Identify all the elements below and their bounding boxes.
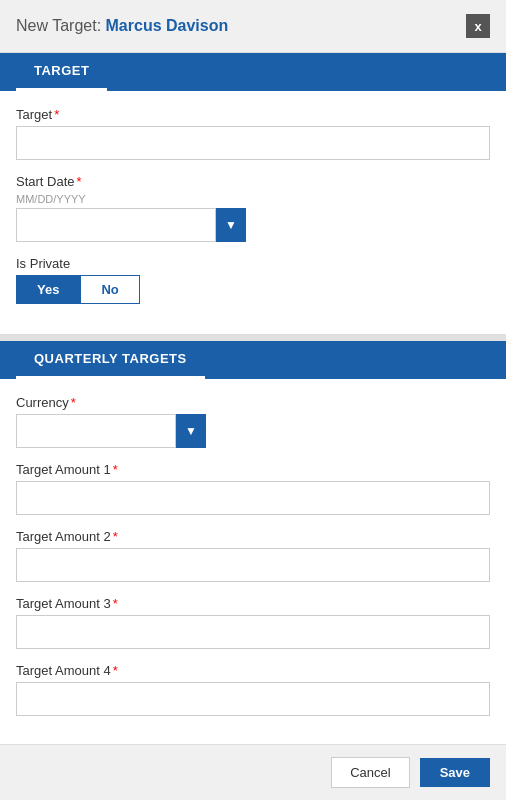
- modal-header: New Target: Marcus Davison x: [0, 0, 506, 53]
- modal-title-name: Marcus Davison: [106, 17, 229, 34]
- modal-title-prefix: New Target:: [16, 17, 106, 34]
- modal-title: New Target: Marcus Davison: [16, 17, 228, 35]
- is-private-field-group: Is Private Yes No: [16, 256, 490, 304]
- chevron-down-icon: ▼: [185, 424, 197, 438]
- currency-required: *: [71, 395, 76, 410]
- save-button[interactable]: Save: [420, 758, 490, 787]
- modal-footer: Cancel Save: [0, 744, 506, 800]
- start-date-input[interactable]: 1/1/16: [16, 208, 216, 242]
- is-private-label: Is Private: [16, 256, 490, 271]
- target-section: Target* Start Date* MM/DD/YYYY 1/1/16 ▼ …: [0, 91, 506, 335]
- no-button[interactable]: No: [80, 275, 139, 304]
- target-amount2-field-group: Target Amount 2*: [16, 529, 490, 582]
- ta3-required: *: [113, 596, 118, 611]
- tab-quarterly-targets[interactable]: QUARTERLY TARGETS: [16, 341, 205, 379]
- tab-bar-target: TARGET: [0, 53, 506, 91]
- yes-no-toggle: Yes No: [16, 275, 490, 304]
- target-input[interactable]: [16, 126, 490, 160]
- currency-dropdown-button[interactable]: ▼: [176, 414, 206, 448]
- target-amount4-input[interactable]: [16, 682, 490, 716]
- currency-wrap: ▼: [16, 414, 490, 448]
- target-amount1-input[interactable]: [16, 481, 490, 515]
- currency-input[interactable]: [16, 414, 176, 448]
- ta2-required: *: [113, 529, 118, 544]
- chevron-down-icon: ▼: [225, 218, 237, 232]
- currency-label: Currency*: [16, 395, 490, 410]
- target-amount3-label: Target Amount 3*: [16, 596, 490, 611]
- currency-field-group: Currency* ▼: [16, 395, 490, 448]
- ta1-required: *: [113, 462, 118, 477]
- modal-container: New Target: Marcus Davison x TARGET Targ…: [0, 0, 506, 800]
- target-amount2-label: Target Amount 2*: [16, 529, 490, 544]
- tab-bar-quarterly: QUARTERLY TARGETS: [0, 341, 506, 379]
- close-button[interactable]: x: [466, 14, 490, 38]
- tab-target[interactable]: TARGET: [16, 53, 107, 91]
- start-date-field-group: Start Date* MM/DD/YYYY 1/1/16 ▼: [16, 174, 490, 242]
- date-format-hint: MM/DD/YYYY: [16, 193, 490, 205]
- target-amount2-input[interactable]: [16, 548, 490, 582]
- quarterly-targets-section: Currency* ▼ Target Amount 1* Target Amou…: [0, 379, 506, 746]
- target-field-group: Target*: [16, 107, 490, 160]
- target-amount4-label: Target Amount 4*: [16, 663, 490, 678]
- target-required: *: [54, 107, 59, 122]
- start-date-label: Start Date*: [16, 174, 490, 189]
- cancel-button[interactable]: Cancel: [331, 757, 409, 788]
- target-amount1-field-group: Target Amount 1*: [16, 462, 490, 515]
- date-dropdown-button[interactable]: ▼: [216, 208, 246, 242]
- target-amount4-field-group: Target Amount 4*: [16, 663, 490, 716]
- yes-button[interactable]: Yes: [16, 275, 80, 304]
- target-amount3-input[interactable]: [16, 615, 490, 649]
- target-amount3-field-group: Target Amount 3*: [16, 596, 490, 649]
- start-date-required: *: [77, 174, 82, 189]
- date-input-wrap: 1/1/16 ▼: [16, 208, 490, 242]
- target-amount1-label: Target Amount 1*: [16, 462, 490, 477]
- target-label: Target*: [16, 107, 490, 122]
- ta4-required: *: [113, 663, 118, 678]
